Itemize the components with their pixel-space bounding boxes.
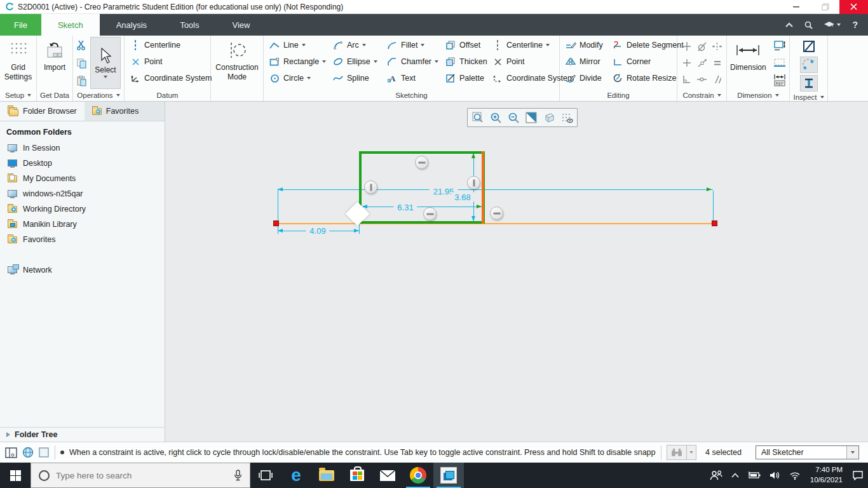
dimension-value-offset-left[interactable]: 4.09 [306, 226, 329, 236]
tool-divide[interactable]: Divide [562, 70, 609, 86]
zoom-fit-button[interactable] [470, 110, 485, 125]
sidebar-item-computer[interactable]: windows-n2t5qar [0, 186, 165, 201]
group-label-constrain[interactable]: Constrain [677, 89, 726, 101]
constraint-tangent-button[interactable] [695, 39, 709, 53]
overlapping-geometry-button[interactable] [800, 38, 818, 55]
tab-analysis[interactable]: Analysis [100, 14, 163, 36]
display-style-button[interactable] [541, 110, 557, 125]
baseline-dimension-button[interactable] [771, 55, 788, 71]
tool-rectangle[interactable]: Rectangle [266, 53, 329, 70]
constraint-vertical-icon[interactable] [364, 180, 377, 194]
datum-centerline-button[interactable]: Centerline [126, 37, 215, 53]
taskbar-chrome[interactable] [403, 463, 433, 488]
help-icon[interactable]: ? [852, 20, 858, 30]
taskbar-clock[interactable]: 7:40 PM 10/6/2021 [805, 465, 848, 485]
grid-settings-button[interactable]: Grid Settings [2, 37, 34, 89]
sketch-line-bottom[interactable] [276, 223, 714, 224]
constraint-horizontal-button[interactable] [680, 56, 694, 70]
datum-coordinate-system-button[interactable]: Coordinate System [126, 70, 215, 86]
find-button[interactable] [667, 445, 696, 460]
cut-button[interactable] [76, 39, 87, 50]
learning-connector-icon[interactable] [824, 22, 841, 29]
copy-button[interactable] [76, 58, 87, 69]
tab-view[interactable]: View [215, 14, 266, 36]
dimension-button[interactable]: Dimension [729, 37, 768, 89]
sidebar-item-manikin-library[interactable]: Manikin Library [0, 217, 165, 232]
perimeter-dimension-button[interactable] [771, 38, 788, 53]
constraint-vertical-icon[interactable] [467, 176, 480, 189]
constraint-horizontal-icon[interactable] [415, 156, 428, 169]
tab-favorites[interactable]: ✳ Favorites [85, 102, 165, 121]
tab-file[interactable]: File [0, 14, 41, 36]
tool-circle[interactable]: Circle [266, 70, 329, 86]
highlight-open-ends-button[interactable] [800, 57, 818, 73]
web-browser-icon[interactable] [22, 447, 34, 458]
sketch-centerline-button[interactable]: Centerline [489, 37, 557, 53]
sidebar-item-working-directory[interactable]: ✦Working Directory [0, 201, 165, 217]
tool-chamfer[interactable]: Chamfer [383, 53, 442, 70]
group-label-setup[interactable]: Setup [0, 89, 36, 101]
people-icon[interactable] [705, 463, 727, 488]
sketch-canvas[interactable]: 21.95 3.68 6.31 4.09 [165, 102, 868, 442]
sketch-coordinate-system-button[interactable]: Coordinate System [489, 70, 557, 86]
sketch-vertex[interactable] [273, 220, 279, 226]
tool-rotate-resize[interactable]: Rotate Resize [609, 70, 675, 86]
tool-palette[interactable]: Palette [442, 70, 489, 86]
action-center-icon[interactable] [848, 463, 868, 488]
select-button[interactable]: Select [90, 37, 121, 89]
sketch-orientation-button[interactable] [524, 110, 539, 125]
tool-thicken[interactable]: Thicken [442, 53, 489, 70]
restore-button[interactable] [811, 0, 839, 14]
sketch-vertex[interactable] [712, 220, 717, 226]
tool-fillet[interactable]: Fillet [383, 37, 442, 53]
tool-offset[interactable]: Offset [442, 37, 489, 53]
taskbar-mail[interactable] [372, 463, 403, 488]
sketcher-display-filters-button[interactable] [559, 110, 574, 125]
tool-corner[interactable]: Corner [609, 53, 675, 70]
volume-icon[interactable] [765, 463, 785, 488]
constraint-symmetric-button[interactable] [710, 39, 724, 53]
tab-sketch[interactable]: Sketch [41, 14, 100, 36]
import-button[interactable]: Import [43, 37, 67, 89]
tool-delete-segment[interactable]: Delete Segment [609, 37, 675, 53]
tab-folder-browser[interactable]: Folder Browser [0, 102, 85, 121]
tool-modify[interactable]: Modify [562, 37, 609, 53]
model-tree-toggle-icon[interactable] [39, 447, 50, 458]
sidebar-item-desktop[interactable]: Desktop [0, 156, 165, 171]
tab-tools[interactable]: Tools [163, 14, 215, 36]
group-label-dimension[interactable]: Dimension [727, 89, 789, 101]
zoom-in-button[interactable] [488, 110, 503, 125]
reference-dimension-button[interactable]: REF [771, 72, 788, 88]
tool-mirror[interactable]: Mirror [562, 53, 609, 70]
zoom-out-button[interactable] [506, 110, 521, 125]
combobox-dropdown-button[interactable] [846, 446, 858, 459]
sidebar-item-favorites[interactable]: ✳Favorites [0, 232, 165, 247]
constraint-horizontal-icon[interactable] [423, 207, 437, 220]
wifi-icon[interactable] [785, 463, 805, 488]
constraint-perpendicular-button[interactable] [680, 72, 694, 86]
battery-icon[interactable] [743, 463, 765, 488]
dimension-value-width-inner[interactable]: 6.31 [393, 203, 417, 212]
dimension-line-width-total[interactable] [278, 189, 713, 190]
folder-tree-toggle[interactable]: Folder Tree [0, 427, 165, 442]
collapse-ribbon-icon[interactable] [785, 22, 793, 27]
taskbar-search[interactable] [31, 463, 250, 488]
constraint-horizontal-icon[interactable] [490, 207, 503, 220]
taskbar-edge[interactable]: e [281, 463, 311, 488]
sketch-point-button[interactable]: Point [489, 53, 557, 70]
search-input[interactable] [56, 471, 227, 480]
tool-line[interactable]: Line [266, 37, 329, 53]
selection-filter-combobox[interactable]: All Sketcher [756, 445, 859, 459]
tool-ellipse[interactable]: Ellipse [329, 53, 383, 70]
group-label-operations[interactable]: Operations [73, 89, 124, 101]
constraint-equal-button[interactable] [710, 56, 724, 70]
construction-mode-button[interactable]: Construction Mode [213, 37, 261, 89]
tool-spline[interactable]: Spline [329, 70, 383, 86]
taskbar-creo[interactable] [433, 463, 464, 488]
minimize-button[interactable] [782, 0, 811, 14]
sidebar-item-my-documents[interactable]: My Documents [0, 171, 165, 186]
sidebar-item-in-session[interactable]: In Session [0, 140, 165, 156]
close-button[interactable] [839, 0, 868, 14]
tool-text[interactable]: AText [383, 70, 442, 86]
constraint-midpoint-button[interactable] [695, 56, 709, 70]
